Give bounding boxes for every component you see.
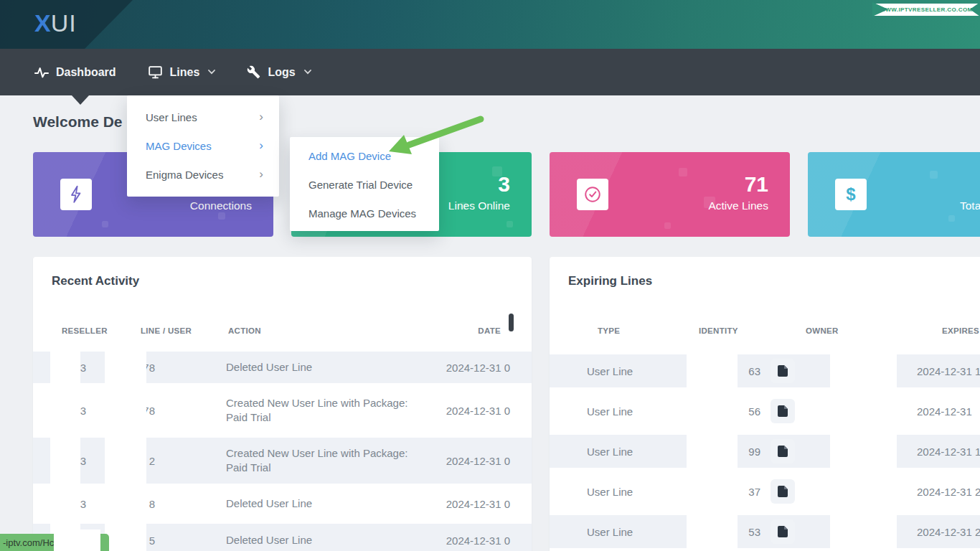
cell-type: User Line	[587, 446, 673, 458]
activity-pulse-icon	[34, 65, 49, 80]
card-label: Lines Online	[448, 199, 510, 212]
cell-expires: 2024-12-31 2	[917, 526, 980, 538]
redaction-overlay	[687, 354, 738, 551]
table-row: User Line 56 2024-12-31	[550, 395, 980, 428]
cell-date: 2024-12-31 0	[427, 534, 532, 547]
promo-ribbon[interactable]: WWW.IPTVRESELLER.CO.COM	[872, 4, 980, 16]
chevron-right-icon: ›	[259, 167, 263, 182]
document-icon	[778, 405, 788, 417]
redaction-overlay	[105, 352, 146, 551]
nav-dashboard[interactable]: Dashboard	[34, 65, 116, 80]
ribbon-arrow-right-icon	[970, 2, 980, 17]
copy-identity-button[interactable]	[771, 479, 795, 504]
menu-item-label: Enigma Devices	[146, 169, 223, 181]
table-row: User Line 99 2024-12-31 1	[550, 435, 980, 468]
document-icon	[778, 365, 788, 377]
menu-item-enigma-devices[interactable]: Enigma Devices ›	[127, 160, 279, 189]
annotation-arrow-icon	[379, 112, 486, 159]
menu-item-label: MAG Devices	[146, 140, 212, 152]
menu-item-label: User Lines	[146, 111, 197, 123]
col-action: ACTION	[228, 326, 261, 335]
status-url-text: -iptv.com/Hck	[0, 537, 59, 548]
cell-date: 2024-12-31 0	[427, 405, 532, 417]
chevron-right-icon: ›	[259, 138, 263, 153]
redaction-overlay	[830, 354, 897, 551]
monitor-icon	[148, 65, 163, 80]
cell-identity: 37	[739, 486, 760, 498]
cell-identity: 56	[739, 405, 760, 418]
table-scrollbar-thumb[interactable]	[509, 314, 514, 331]
expiring-lines-panel: Expiring Lines TYPE IDENTITY OWNER EXPIR…	[550, 257, 980, 551]
document-icon	[778, 486, 788, 497]
col-type: TYPE	[598, 326, 620, 335]
wrench-icon	[247, 65, 260, 79]
card-decor	[218, 212, 225, 220]
col-identity: IDENTITY	[699, 326, 738, 335]
page-title: Welcome De	[33, 113, 123, 131]
cell-date: 2024-12-31 0	[427, 498, 532, 510]
card-decor	[948, 215, 955, 222]
cell-expires: 2024-12-31 1	[917, 365, 980, 377]
panel-title: Recent Activity	[52, 274, 139, 288]
document-icon	[778, 446, 788, 457]
app-header: XUI WWW.IPTVRESELLER.CO.COM	[0, 0, 980, 49]
card-value: 71	[708, 171, 768, 198]
card-decor	[102, 221, 108, 227]
document-icon	[778, 526, 788, 537]
check-circle-icon	[577, 179, 608, 210]
col-reseller: RESELLER	[62, 326, 108, 335]
lightning-icon	[60, 179, 92, 210]
col-date: DATE	[478, 326, 501, 335]
col-expires: EXPIRES	[942, 326, 979, 335]
main-nav: Dashboard Lines Logs	[0, 49, 980, 95]
card-decor	[664, 222, 671, 229]
header-diagonal-shade	[0, 0, 215, 49]
cell-action: Created New User Line with Package: Paid…	[226, 446, 427, 475]
menu-item-label: Generate Trial Device	[308, 179, 413, 191]
cell-type: User Line	[587, 365, 673, 377]
table-row: User Line 63 2024-12-31 1	[550, 354, 980, 387]
active-nav-notch	[72, 95, 89, 105]
menu-item-label: Manage MAG Devices	[308, 207, 416, 220]
cell-expires: 2024-12-31	[917, 405, 972, 418]
cell-type: User Line	[587, 526, 673, 538]
cell-type: User Line	[587, 405, 673, 418]
chevron-down-icon	[208, 70, 215, 75]
menu-item-manage-mag-devices[interactable]: Manage MAG Devices	[290, 199, 439, 227]
copy-identity-button[interactable]	[771, 399, 795, 423]
cell-type: User Line	[587, 486, 673, 498]
nav-logs[interactable]: Logs	[247, 65, 311, 79]
cell-date: 2024-12-31 0	[427, 362, 532, 374]
app-window: XUI WWW.IPTVRESELLER.CO.COM Dashboard Li…	[0, 0, 980, 551]
redaction-overlay	[54, 529, 100, 551]
nav-lines[interactable]: Lines	[148, 65, 216, 80]
cell-identity: 53	[739, 526, 760, 538]
menu-item-user-lines[interactable]: User Lines ›	[127, 103, 279, 131]
lines-dropdown-menu: User Lines › MAG Devices › Enigma Device…	[127, 95, 279, 197]
card-decor	[507, 221, 513, 227]
panel-title: Expiring Lines	[568, 274, 652, 288]
card-stats: 71 Active Lines	[708, 171, 768, 212]
card-decor	[679, 168, 687, 176]
menu-item-mag-devices[interactable]: MAG Devices ›	[127, 131, 279, 160]
menu-item-generate-trial-device[interactable]: Generate Trial Device	[290, 170, 439, 199]
cell-expires: 2024-12-31 2	[917, 486, 980, 498]
card-label: Tota	[960, 199, 980, 212]
copy-identity-button[interactable]	[771, 439, 795, 463]
ribbon-arrow-left-icon	[872, 2, 888, 17]
copy-identity-button[interactable]	[771, 359, 795, 383]
cell-action: Created New User Line with Package: Paid…	[226, 396, 427, 425]
table-body: User Line 63 2024-12-31 1 User Line 56 2…	[550, 354, 980, 551]
stat-card-total: $ Tota	[808, 152, 980, 237]
ribbon-text: WWW.IPTVRESELLER.CO.COM	[880, 6, 972, 13]
cell-action: Deleted User Line	[226, 533, 427, 547]
chevron-down-icon	[304, 70, 311, 75]
redaction-overlay	[50, 352, 80, 551]
card-value: 3	[448, 171, 510, 198]
copy-identity-button[interactable]	[771, 519, 795, 544]
app-logo[interactable]: XUI	[34, 9, 77, 37]
card-decor	[930, 171, 938, 179]
col-owner: OWNER	[806, 326, 839, 335]
table-row: User Line 37 2024-12-31 2	[550, 475, 980, 508]
nav-logs-label: Logs	[268, 66, 295, 79]
